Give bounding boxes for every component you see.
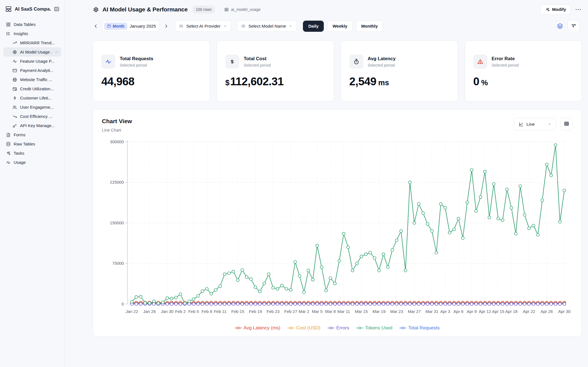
globe-icon bbox=[12, 77, 17, 82]
svg-text:Mar 27: Mar 27 bbox=[408, 309, 421, 314]
line-chart-icon bbox=[519, 122, 524, 127]
sidebar-item-label: Customer Lifeti... bbox=[20, 96, 52, 100]
table-icon bbox=[564, 121, 569, 127]
svg-text:Jan 22: Jan 22 bbox=[126, 309, 138, 314]
sidebar-item-feature-usage-p[interactable]: Feature Usage P... bbox=[3, 57, 61, 66]
page-header: AI Model Usage & Performance 100 rows ai… bbox=[65, 0, 588, 14]
granularity-weekly-button[interactable]: Weekly bbox=[327, 21, 352, 32]
legend-item-total-requests[interactable]: Total Requests bbox=[400, 325, 439, 331]
legend-item-avg-latency-ms[interactable]: Avg Latency (ms) bbox=[235, 325, 280, 331]
sidebar-item-website-traffic[interactable]: Website Traffic ... bbox=[3, 75, 61, 84]
database-icon bbox=[6, 142, 11, 147]
sidebar-item-cost-efficiency[interactable]: Cost Efficiency ... bbox=[3, 112, 61, 121]
trend-down-icon bbox=[12, 114, 17, 119]
granularity-monthly-button[interactable]: Monthly bbox=[356, 21, 383, 32]
chart-type-select[interactable]: Line bbox=[514, 118, 556, 130]
sidebar-item-payment-analyti[interactable]: Payment Analyti... bbox=[3, 66, 61, 75]
svg-text:Mar 2: Mar 2 bbox=[299, 309, 309, 314]
model-name-select-label: Select Model Name bbox=[248, 24, 286, 29]
sidebar-item-label: Tasks bbox=[14, 151, 24, 155]
sidebar-item-ai-model-usage[interactable]: AI Model Usage ... bbox=[3, 47, 61, 57]
kpi-texts: Error RateSelected period bbox=[492, 56, 519, 67]
sidebar-item-api-key-manage[interactable]: API Key Manage... bbox=[3, 121, 61, 130]
clear-filters-button[interactable] bbox=[568, 20, 580, 32]
svg-text:300000: 300000 bbox=[110, 139, 124, 144]
kpi-card-top: Total RequestsSelected period bbox=[101, 55, 201, 69]
rows-count-badge: 100 rows bbox=[193, 6, 215, 13]
sidebar-item-label: Data Tables bbox=[14, 22, 36, 27]
sidebar-item-insights[interactable]: Insights bbox=[3, 29, 61, 38]
sidebar-collapse-icon[interactable] bbox=[54, 6, 60, 12]
grid-icon bbox=[6, 22, 11, 27]
insights-icon bbox=[6, 31, 11, 36]
kpi-value: $112,602.31 bbox=[225, 75, 325, 88]
sidebar-item-data-tables[interactable]: Data Tables bbox=[3, 20, 61, 29]
sidebar-item-credit-utilization[interactable]: Credit Utilization... bbox=[3, 84, 61, 93]
sparkles-icon bbox=[6, 151, 11, 156]
chip-icon bbox=[12, 50, 17, 55]
kpi-label: Total Cost bbox=[244, 56, 271, 62]
period-selector[interactable]: Month January 2025 bbox=[102, 20, 160, 32]
sidebar-item-label: Website Traffic ... bbox=[20, 77, 52, 82]
kpi-label: Total Requests bbox=[120, 56, 153, 62]
ai-provider-select[interactable]: Select AI Provider bbox=[175, 20, 231, 32]
sidebar-item-usage[interactable]: Usage bbox=[3, 158, 61, 167]
source-table-name: ai_model_usage bbox=[231, 7, 261, 12]
svg-text:Apr 12: Apr 12 bbox=[479, 309, 491, 314]
kpi-card-avg-latency: Avg LatencySelected period2,549ms bbox=[341, 40, 458, 101]
dollar-icon: $ bbox=[225, 55, 239, 69]
page-title: AI Model Usage & Performance bbox=[102, 6, 188, 13]
sidebar-item-mrr-arr-trend[interactable]: MRR/ARR Trend... bbox=[3, 38, 61, 47]
item-menu-dots-icon[interactable] bbox=[55, 50, 59, 54]
svg-text:Feb 27: Feb 27 bbox=[284, 309, 297, 314]
legend-marker-icon bbox=[356, 326, 363, 330]
kpi-value: 0% bbox=[473, 75, 573, 88]
chart-svg: 075000150000225000300000Jan 22Jan 26Jan … bbox=[102, 138, 573, 321]
next-period-chevron-icon[interactable] bbox=[163, 23, 169, 29]
model-name-select[interactable]: Select Model Name bbox=[237, 20, 297, 32]
table-view-button[interactable] bbox=[560, 118, 573, 130]
svg-text:Apr 6: Apr 6 bbox=[454, 309, 464, 314]
sidebar-item-raw-tables[interactable]: Raw Tables bbox=[3, 139, 61, 149]
app-window: AI SaaS Compa... Data TablesInsightsMRR/… bbox=[0, 0, 588, 367]
kpi-value-prefix: $ bbox=[225, 79, 229, 87]
kpi-value-suffix: ms bbox=[378, 79, 389, 87]
legend-item-cost-usd[interactable]: Cost (USD) bbox=[288, 325, 320, 331]
legend-marker-icon bbox=[328, 326, 334, 330]
chevron-down-icon bbox=[547, 122, 552, 126]
prev-period-chevron-icon[interactable] bbox=[93, 23, 99, 29]
granularity-toggle: DailyWeeklyMonthly bbox=[303, 21, 383, 32]
modify-button[interactable]: Modify bbox=[540, 4, 571, 14]
workspace-name[interactable]: AI SaaS Compa... bbox=[15, 6, 51, 12]
calendar-icon bbox=[107, 24, 111, 28]
svg-text:Feb 8: Feb 8 bbox=[202, 309, 212, 314]
sidebar-item-label: Feature Usage P... bbox=[20, 59, 55, 64]
granularity-daily-button[interactable]: Daily bbox=[303, 21, 324, 32]
chart-type-label: Line bbox=[526, 122, 535, 127]
layers-icon[interactable] bbox=[557, 23, 563, 29]
legend-item-tokens-used[interactable]: Tokens Used bbox=[356, 325, 392, 331]
ai-provider-select-label: Select AI Provider bbox=[186, 24, 220, 29]
sidebar-item-tasks[interactable]: Tasks bbox=[3, 149, 61, 158]
svg-text:225000: 225000 bbox=[110, 180, 124, 184]
sidebar-item-label: Cost Efficiency ... bbox=[20, 114, 52, 119]
list-icon bbox=[241, 24, 246, 28]
kpi-card-top: Avg LatencySelected period bbox=[349, 55, 449, 69]
kpi-value: 2,549ms bbox=[349, 75, 449, 88]
list-icon bbox=[179, 24, 184, 28]
svg-text:Jan 26: Jan 26 bbox=[143, 309, 156, 314]
key-icon bbox=[12, 123, 17, 128]
legend-item-errors[interactable]: Errors bbox=[328, 325, 349, 331]
kpi-texts: Avg LatencySelected period bbox=[368, 56, 396, 67]
kpi-sublabel: Selected period bbox=[368, 63, 396, 67]
svg-text:Mar 15: Mar 15 bbox=[355, 309, 368, 314]
chevron-down-icon bbox=[223, 24, 227, 28]
sidebar-item-user-engageme[interactable]: User Engageme... bbox=[3, 103, 61, 112]
sidebar-item-forms[interactable]: Forms bbox=[3, 130, 61, 139]
svg-text:Mar 23: Mar 23 bbox=[390, 309, 403, 314]
svg-text:Feb 5: Feb 5 bbox=[188, 309, 199, 314]
sidebar-item-customer-lifeti[interactable]: $Customer Lifeti... bbox=[3, 93, 61, 103]
svg-text:150000: 150000 bbox=[110, 220, 124, 225]
more-options-icon[interactable] bbox=[575, 6, 582, 13]
sidebar-item-label: Forms bbox=[14, 132, 26, 137]
